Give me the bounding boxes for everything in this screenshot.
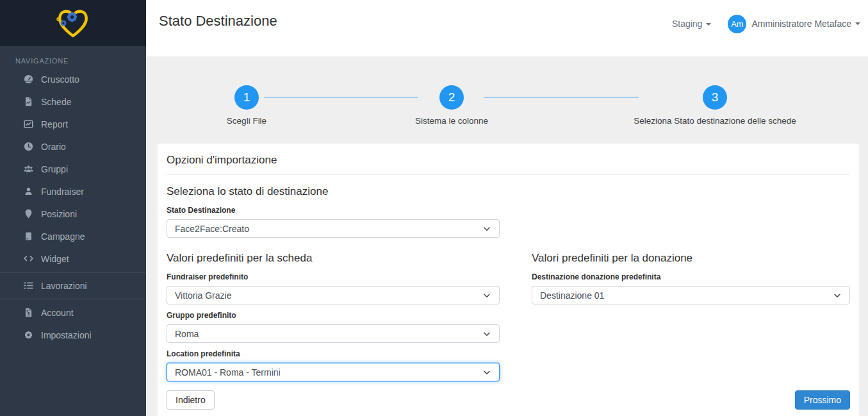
scheda-defaults-column: Valori predefiniti per la scheda Fundrai… [167,252,500,381]
sidebar-item-impostazioni[interactable]: Impostazioni [0,324,146,346]
stato-destinazione-label: Stato Destinazione [167,206,850,215]
sidebar-item-cruscotto[interactable]: Cruscotto [0,68,146,90]
page-title: Stato Destinazione [159,13,277,29]
field-stato-destinazione: Stato Destinazione Face2Face:Creato [167,206,850,238]
step-2-circle[interactable]: 2 [439,85,464,110]
campaign-book-icon [23,231,34,242]
file-chart-icon [23,96,34,107]
sidebar-item-label: Cruscotto [41,74,79,85]
main-area: Stato Destinazione Staging Am Amministra… [146,0,868,416]
wizard-buttons-row: Indietro Prossimo [167,390,850,410]
sidebar-item-label: Schede [41,97,71,107]
sidebar-item-report[interactable]: Report [0,113,146,135]
sidebar-divider [0,299,146,299]
donazione-defaults-column: Valori predefiniti per la donazione Dest… [532,252,850,381]
import-options-card: Opzioni d'importazione Seleziona lo stat… [158,144,859,416]
sidebar-section-label: NAVIGAZIONE [15,57,146,65]
gear-icon [23,329,34,340]
selected-value: Destinazione 01 [540,290,604,301]
invoice-dollar-icon: $ [23,307,34,318]
sidebar-item-label: Lavorazioni [41,281,87,291]
field-destinazione-donazione: Destinazione donazione predefinita Desti… [532,272,850,304]
step-connector-line [264,97,418,97]
step-1-label: Scegli File [227,116,266,126]
gruppo-predefinito-select[interactable]: Roma [167,324,500,343]
chevron-down-icon [855,22,860,25]
heart-gears-logo-icon [53,6,93,40]
field-gruppo-predefinito: Gruppo predefinito Roma [167,311,500,343]
step-2-label: Sistema le colonne [415,116,488,126]
chart-line-icon [23,119,34,129]
sidebar-item-campagne[interactable]: Campagne [0,225,146,247]
sidebar-item-label: Posizioni [41,209,77,219]
sidebar-item-posizioni[interactable]: Posizioni [0,203,146,225]
sidebar-item-account[interactable]: $ Account [0,301,146,324]
selected-value: Face2Face:Creato [175,224,249,234]
code-icon [23,253,34,264]
fundraiser-predefinito-label: Fundraiser predefinito [167,272,500,281]
selected-value: ROMA01 - Roma - Termini [175,367,281,378]
sidebar-item-label: Impostazioni [41,330,92,340]
sidebar-item-fundraiser[interactable]: Fundraiser [0,180,146,203]
selected-value: Roma [175,329,199,339]
next-button[interactable]: Prossimo [795,390,850,410]
sidebar-item-lavorazioni[interactable]: Lavorazioni [0,274,146,297]
back-button[interactable]: Indietro [167,390,215,410]
fundraiser-predefinito-select[interactable]: Vittoria Grazie [167,286,500,304]
svg-text:$: $ [28,312,30,317]
wizard-stepper: 1 2 3 Scegli File Sistema le colonne Sel… [146,85,868,126]
sidebar-item-label: Campagne [41,231,85,242]
sidebar-item-label: Account [41,308,74,318]
users-icon [23,163,34,174]
chevron-down-icon [482,329,491,338]
step-3-label: Seleziona Stato destinazione delle sched… [634,116,796,126]
chevron-down-icon [706,23,711,26]
user-menu[interactable]: Am Amministratore Metaface [728,15,860,33]
selected-value: Vittoria Grazie [175,290,231,301]
field-location-predefinita: Location predefinita ROMA01 - Roma - Ter… [167,349,500,381]
sidebar-item-label: Orario [41,142,66,152]
donazione-section-heading: Valori predefiniti per la donazione [532,252,850,265]
destinazione-donazione-select[interactable]: Destinazione 01 [532,286,850,304]
chevron-down-icon [482,291,491,300]
sidebar-item-label: Gruppi [41,164,68,174]
sidebar: NAVIGAZIONE Cruscotto Schede Report Orar… [0,0,146,416]
sidebar-divider [0,272,146,272]
stato-destinazione-select[interactable]: Face2Face:Creato [167,219,500,238]
sidebar-item-label: Widget [41,254,69,264]
card-title: Opzioni d'importazione [167,153,850,175]
user-icon [23,186,34,197]
task-list-icon [23,280,34,291]
location-predefinita-label: Location predefinita [167,349,500,358]
topbar-right: Staging Am Amministratore Metaface [672,14,860,33]
step-3-circle[interactable]: 3 [703,85,727,110]
gruppo-predefinito-label: Gruppo predefinito [167,311,500,320]
avatar: Am [728,15,746,33]
sidebar-item-label: Fundraiser [41,187,84,197]
scheda-section-heading: Valori predefiniti per la scheda [167,252,500,265]
step-1-circle[interactable]: 1 [234,85,259,110]
destination-section-heading: Seleziona lo stato di destinazione [167,185,850,198]
sidebar-item-schede[interactable]: Schede [0,90,146,113]
tachometer-icon [23,74,34,85]
location-predefinita-select[interactable]: ROMA01 - Roma - Termini [167,363,500,381]
chevron-down-icon [833,291,842,300]
content-area: 1 2 3 Scegli File Sistema le colonne Sel… [146,56,868,416]
map-marker-icon [23,208,34,219]
app-logo[interactable] [0,0,146,46]
environment-dropdown[interactable]: Staging [672,19,711,29]
user-name: Amministratore Metaface [751,19,851,29]
app-window: NAVIGAZIONE Cruscotto Schede Report Orar… [0,0,868,416]
sidebar-item-orario[interactable]: Orario [0,135,146,158]
sidebar-item-widget[interactable]: Widget [0,247,146,270]
destinazione-donazione-label: Destinazione donazione predefinita [532,272,850,281]
clock-icon [23,141,34,152]
chevron-down-icon [482,224,491,233]
step-connector-line [484,97,639,97]
sidebar-item-label: Report [41,119,68,129]
sidebar-item-gruppi[interactable]: Gruppi [0,158,146,180]
defaults-columns: Valori predefiniti per la scheda Fundrai… [167,252,850,381]
field-fundraiser-predefinito: Fundraiser predefinito Vittoria Grazie [167,272,500,304]
topbar: Stato Destinazione Staging Am Amministra… [146,0,868,56]
environment-label: Staging [672,19,702,29]
